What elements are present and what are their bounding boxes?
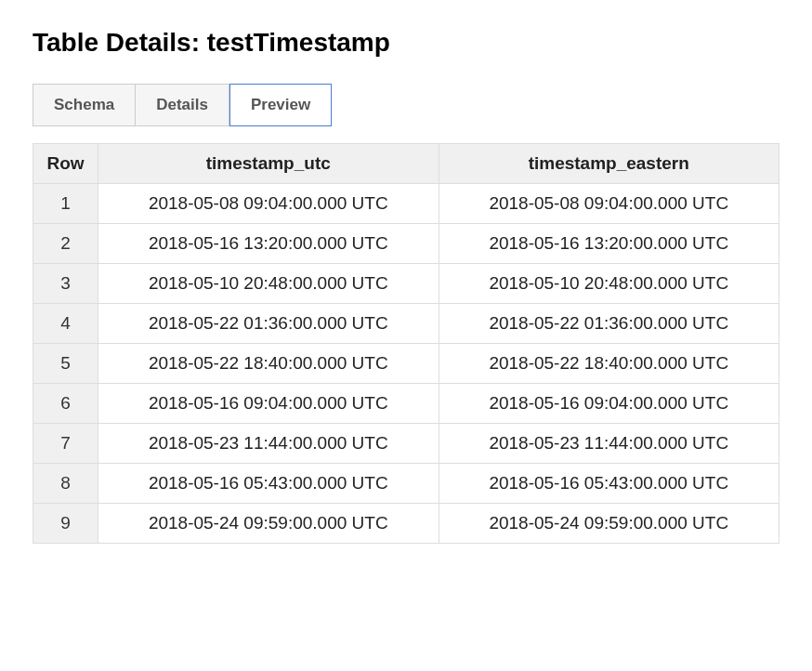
table-row: 5 2018-05-22 18:40:00.000 UTC 2018-05-22… bbox=[33, 344, 779, 384]
table-row: 8 2018-05-16 05:43:00.000 UTC 2018-05-16… bbox=[33, 464, 779, 504]
cell-timestamp-utc: 2018-05-24 09:59:00.000 UTC bbox=[98, 504, 439, 544]
cell-timestamp-utc: 2018-05-16 05:43:00.000 UTC bbox=[98, 464, 439, 504]
cell-timestamp-utc: 2018-05-10 20:48:00.000 UTC bbox=[98, 264, 439, 304]
row-number: 1 bbox=[33, 184, 98, 224]
cell-timestamp-eastern: 2018-05-23 11:44:00.000 UTC bbox=[439, 424, 779, 464]
cell-timestamp-eastern: 2018-05-16 05:43:00.000 UTC bbox=[439, 464, 779, 504]
table-row: 1 2018-05-08 09:04:00.000 UTC 2018-05-08… bbox=[33, 184, 779, 224]
row-number: 8 bbox=[33, 464, 98, 504]
cell-timestamp-utc: 2018-05-08 09:04:00.000 UTC bbox=[98, 184, 439, 224]
table-row: 4 2018-05-22 01:36:00.000 UTC 2018-05-22… bbox=[33, 304, 779, 344]
table-row: 6 2018-05-16 09:04:00.000 UTC 2018-05-16… bbox=[33, 384, 779, 424]
cell-timestamp-eastern: 2018-05-22 18:40:00.000 UTC bbox=[439, 344, 779, 384]
cell-timestamp-utc: 2018-05-23 11:44:00.000 UTC bbox=[98, 424, 439, 464]
tab-bar: Schema Details Preview bbox=[33, 84, 779, 126]
table-row: 7 2018-05-23 11:44:00.000 UTC 2018-05-23… bbox=[33, 424, 779, 464]
cell-timestamp-eastern: 2018-05-08 09:04:00.000 UTC bbox=[439, 184, 779, 224]
row-number: 4 bbox=[33, 304, 98, 344]
page-title: Table Details: testTimestamp bbox=[33, 28, 779, 58]
cell-timestamp-eastern: 2018-05-10 20:48:00.000 UTC bbox=[439, 264, 779, 304]
tab-preview[interactable]: Preview bbox=[229, 84, 332, 126]
tab-schema[interactable]: Schema bbox=[33, 84, 136, 126]
row-number: 2 bbox=[33, 224, 98, 264]
table-row: 3 2018-05-10 20:48:00.000 UTC 2018-05-10… bbox=[33, 264, 779, 304]
col-header-timestamp-eastern: timestamp_eastern bbox=[439, 144, 779, 184]
row-number: 7 bbox=[33, 424, 98, 464]
tab-details[interactable]: Details bbox=[136, 84, 229, 126]
cell-timestamp-eastern: 2018-05-16 09:04:00.000 UTC bbox=[439, 384, 779, 424]
table-row: 9 2018-05-24 09:59:00.000 UTC 2018-05-24… bbox=[33, 504, 779, 544]
row-number: 5 bbox=[33, 344, 98, 384]
preview-table: Row timestamp_utc timestamp_eastern 1 20… bbox=[33, 143, 779, 544]
cell-timestamp-utc: 2018-05-22 01:36:00.000 UTC bbox=[98, 304, 439, 344]
row-number: 6 bbox=[33, 384, 98, 424]
row-number: 9 bbox=[33, 504, 98, 544]
cell-timestamp-eastern: 2018-05-22 01:36:00.000 UTC bbox=[439, 304, 779, 344]
cell-timestamp-utc: 2018-05-22 18:40:00.000 UTC bbox=[98, 344, 439, 384]
table-header-row: Row timestamp_utc timestamp_eastern bbox=[33, 144, 779, 184]
cell-timestamp-utc: 2018-05-16 09:04:00.000 UTC bbox=[98, 384, 439, 424]
cell-timestamp-eastern: 2018-05-24 09:59:00.000 UTC bbox=[439, 504, 779, 544]
table-row: 2 2018-05-16 13:20:00.000 UTC 2018-05-16… bbox=[33, 224, 779, 264]
cell-timestamp-utc: 2018-05-16 13:20:00.000 UTC bbox=[98, 224, 439, 264]
col-header-row: Row bbox=[33, 144, 98, 184]
row-number: 3 bbox=[33, 264, 98, 304]
cell-timestamp-eastern: 2018-05-16 13:20:00.000 UTC bbox=[439, 224, 779, 264]
col-header-timestamp-utc: timestamp_utc bbox=[98, 144, 439, 184]
